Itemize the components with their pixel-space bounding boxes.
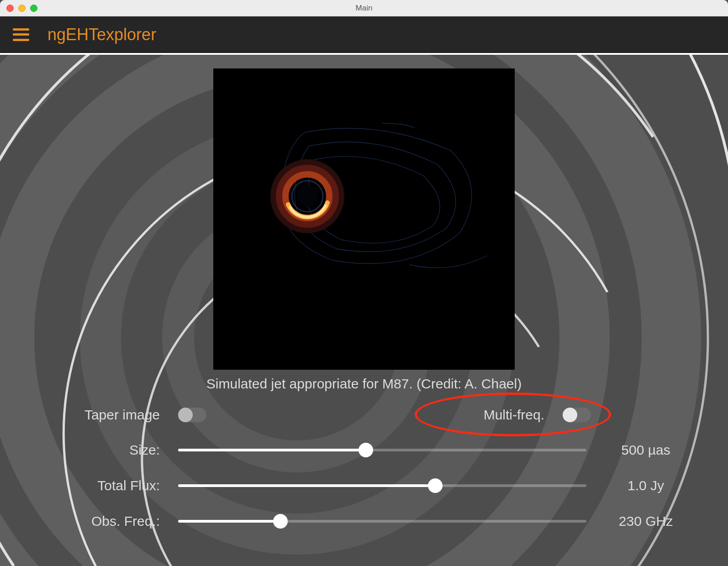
freq-slider[interactable] (178, 513, 586, 529)
size-value: 500 µas (586, 442, 691, 458)
flux-value: 1.0 Jy (586, 478, 691, 493)
toggle-thumb-icon (178, 408, 193, 422)
svg-rect-5 (213, 68, 515, 370)
hamburger-menu-icon[interactable] (13, 28, 29, 41)
simulation-area: Simulated jet appropriate for M87. (Cred… (37, 68, 691, 392)
freq-slider-row: Obs. Freq.: 230 GHz (37, 513, 691, 529)
freq-label: Obs. Freq.: (37, 514, 178, 529)
size-slider[interactable] (178, 442, 586, 458)
content-area: Simulated jet appropriate for M87. (Cred… (0, 55, 728, 566)
flux-label: Total Flux: (37, 478, 178, 493)
toggle-thumb-icon (563, 408, 577, 422)
freq-value: 230 GHz (586, 514, 691, 529)
multifreq-toggle[interactable] (563, 408, 591, 422)
window-title: Main (356, 4, 373, 13)
svg-point-9 (296, 185, 318, 207)
size-slider-row: Size: 500 µas (37, 442, 691, 458)
simulation-caption: Simulated jet appropriate for M87. (Cred… (206, 376, 522, 392)
window-controls (0, 5, 37, 12)
close-window-button[interactable] (6, 5, 14, 12)
slider-thumb-icon (273, 514, 288, 529)
taper-toggle[interactable] (178, 408, 206, 422)
taper-toggle-label: Taper image (37, 407, 178, 423)
size-label: Size: (37, 442, 178, 458)
multifreq-toggle-label: Multi-freq. (484, 407, 563, 423)
slider-thumb-icon (359, 443, 373, 457)
toggle-row: Taper image Multi-freq. (37, 407, 691, 423)
app-header: ngEHTexplorer (0, 16, 728, 53)
maximize-window-button[interactable] (30, 5, 37, 12)
minimize-window-button[interactable] (18, 5, 26, 12)
macos-titlebar: Main (0, 0, 728, 16)
simulation-image (213, 68, 515, 370)
flux-slider[interactable] (178, 477, 586, 494)
flux-slider-row: Total Flux: 1.0 Jy (37, 477, 691, 494)
main-stack: Simulated jet appropriate for M87. (Cred… (0, 55, 728, 566)
app-window: Main ngEHTexplorer (0, 0, 728, 566)
app-title: ngEHTexplorer (47, 25, 156, 44)
slider-thumb-icon (428, 478, 443, 493)
